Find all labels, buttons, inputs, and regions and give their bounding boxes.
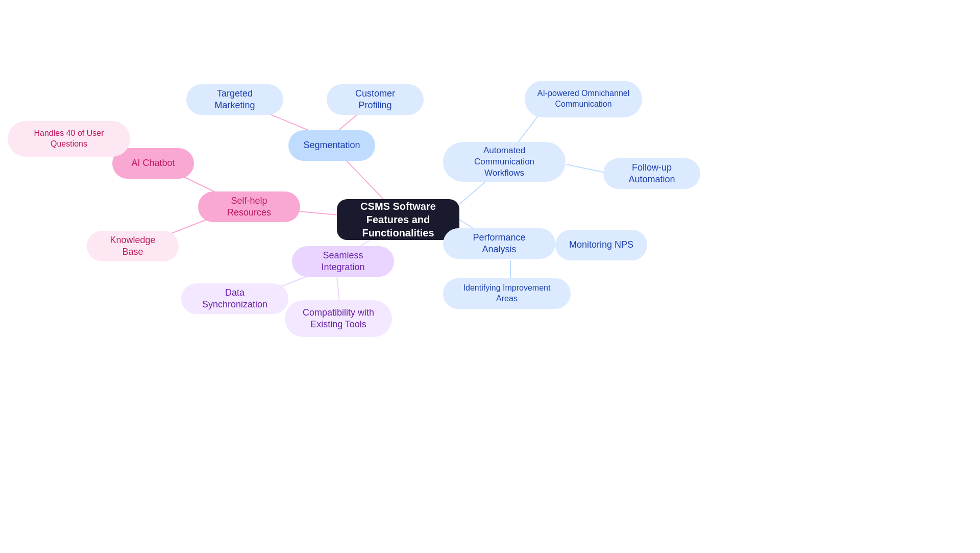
- identifying-node: Identifying Improvement Areas: [443, 278, 571, 309]
- data-sync-node: Data Synchronization: [181, 283, 288, 314]
- followup-node: Follow-up Automation: [603, 158, 700, 189]
- center-node: CSMS Software Features and Functionaliti…: [337, 199, 459, 240]
- svg-line-9: [337, 276, 339, 302]
- customer-profiling-node: Customer Profiling: [327, 84, 424, 115]
- ai-chatbot-node: AI Chatbot: [112, 148, 194, 179]
- self-help-node: Self-help Resources: [198, 191, 300, 222]
- knowledge-base-node: Knowledge Base: [87, 231, 179, 261]
- performance-node: Performance Analysis: [443, 228, 555, 259]
- compatibility-node: Compatibility with Existing Tools: [285, 300, 392, 337]
- segmentation-node: Segmentation: [288, 130, 375, 161]
- auto-comm-node: Automated Communication Workflows: [443, 142, 566, 182]
- monitoring-nps-node: Monitoring NPS: [555, 230, 647, 260]
- handles-40-node: Handles 40 of User Questions: [8, 121, 130, 157]
- targeted-marketing-node: Targeted Marketing: [186, 84, 283, 115]
- ai-omni-node: AI-powered Omnichannel Communication: [525, 81, 642, 117]
- seamless-integration-node: Seamless Integration: [292, 246, 394, 277]
